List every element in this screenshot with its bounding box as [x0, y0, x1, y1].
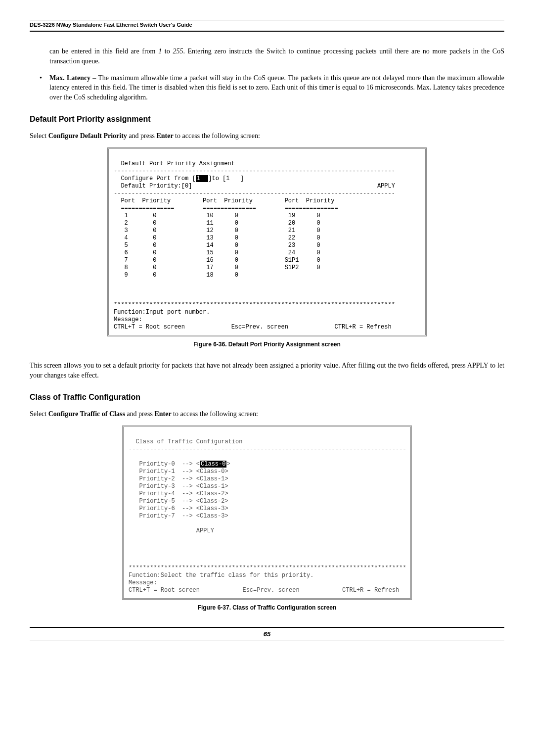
terminal-line: 8 0 17 0 S1P2 0: [114, 264, 320, 271]
section-heading: Default Port Priority assignment: [30, 114, 504, 125]
terminal-line: Message:: [129, 579, 157, 586]
text: to access the following screen:: [172, 410, 258, 418]
terminal-line: Function:Select the traffic class for th…: [129, 572, 313, 579]
terminal-line: ----------------------------------------…: [114, 168, 395, 175]
terminal-line: 9 0 18 0: [114, 272, 238, 279]
page-header: DES-3226 NWay Standalone Fast Ethernet S…: [30, 20, 504, 32]
terminal-line: Class of Traffic Configuration: [129, 438, 242, 445]
text: to access the following screen:: [174, 132, 260, 140]
terminal-screenshot-2: Class of Traffic Configuration ---------…: [122, 425, 412, 600]
instruction-paragraph: Select Configure Traffic of Class and pr…: [30, 409, 504, 419]
terminal-line: Priority-2 --> <Class-1>: [129, 475, 228, 482]
terminal-line: CTRL+T = Root screen Esc=Prev. screen CT…: [129, 587, 399, 594]
terminal-line: Priority-3 --> <Class-1>: [129, 483, 228, 490]
terminal-line: Function:Input port number.: [114, 309, 210, 316]
bullet-icon: •: [40, 73, 49, 102]
terminal-highlight: 1: [196, 175, 209, 182]
terminal-line: ****************************************…: [129, 565, 406, 571]
text: and press: [127, 132, 157, 140]
terminal-line: Default Priority:[0] APPLY: [114, 183, 395, 189]
terminal-line: Priority-7 --> <Class-3>: [129, 513, 228, 520]
terminal-line: ****************************************…: [114, 301, 395, 308]
terminal-line: ----------------------------------------…: [114, 190, 395, 197]
terminal-line: 6 0 15 0 24 0: [114, 249, 320, 256]
terminal-line: ----------------------------------------…: [129, 446, 406, 453]
terminal-line: Message:: [114, 316, 142, 323]
bullet-content: Max. Latency – The maximum allowable tim…: [49, 73, 504, 102]
terminal-line: Priority-4 --> <Class-2>: [129, 490, 228, 497]
terminal-line: Default Port Priority Assignment: [114, 160, 235, 167]
terminal-line: Priority-0 --> <: [129, 461, 200, 468]
intro-paragraph: can be entered in this field are from 1 …: [49, 47, 504, 66]
terminal-line: 2 0 11 0 20 0: [114, 220, 320, 227]
menu-name: Configure Default Priority: [48, 132, 127, 140]
instruction-paragraph: Select Configure Default Priority and pr…: [30, 131, 504, 141]
terminal-line: 4 0 13 0 22 0: [114, 235, 320, 241]
bullet-label: Max. Latency: [49, 74, 90, 82]
text: to: [162, 47, 173, 55]
key-name: Enter: [154, 410, 171, 418]
terminal-line: Priority-5 --> <Class-2>: [129, 498, 228, 505]
terminal-line: Priority-6 --> <Class-3>: [129, 505, 228, 512]
text: Select: [30, 132, 48, 140]
text: Select: [30, 410, 48, 418]
bullet-item: • Max. Latency – The maximum allowable t…: [40, 73, 504, 102]
terminal-line: CTRL+T = Root screen Esc=Prev. screen CT…: [114, 324, 392, 331]
bullet-body: – The maximum allowable time a packet wi…: [49, 74, 504, 101]
description-paragraph: This screen allows you to set a default …: [30, 361, 504, 380]
terminal-line: ]to [1 ]: [208, 175, 244, 182]
figure-caption: Figure 6-37. Class of Traffic Configurat…: [30, 604, 504, 612]
terminal-line: 1 0 10 0 19 0: [114, 212, 320, 219]
terminal-line: >: [226, 461, 230, 468]
key-name: Enter: [156, 132, 173, 140]
text: can be entered in this field are from: [49, 47, 158, 55]
terminal-line: 3 0 12 0 21 0: [114, 227, 320, 234]
terminal-highlight: Class-0: [200, 461, 226, 468]
terminal-line: 7 0 16 0 S1P1 0: [114, 257, 320, 264]
text: and press: [125, 410, 155, 418]
menu-name: Configure Traffic of Class: [48, 410, 125, 418]
terminal-line: 5 0 14 0 23 0: [114, 242, 320, 249]
terminal-line: =============== =============== ========…: [114, 205, 338, 212]
terminal-line: Priority-1 --> <Class-0>: [129, 468, 228, 475]
page-footer: 65: [30, 627, 504, 641]
terminal-line: Port Priority Port Priority Port Priorit…: [114, 197, 334, 204]
range-end: 255: [173, 47, 183, 55]
section-heading: Class of Traffic Configuration: [30, 392, 504, 403]
terminal-screenshot-1: Default Port Priority Assignment -------…: [107, 147, 427, 336]
figure-caption: Figure 6-36. Default Port Priority Assig…: [30, 340, 504, 349]
terminal-line: APPLY: [129, 527, 214, 534]
terminal-line: Configure Port from [: [114, 175, 196, 182]
